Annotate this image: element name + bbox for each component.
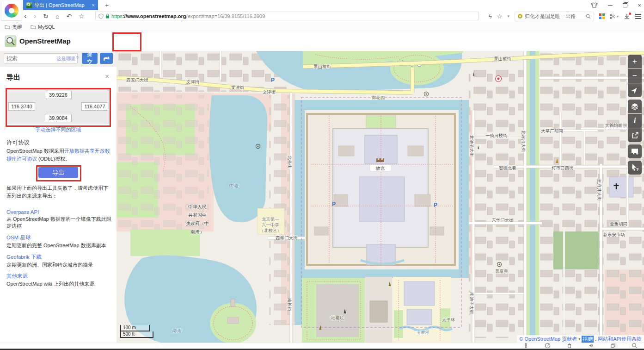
dropdown-caret-icon[interactable]: ▾ [507, 14, 509, 19]
browser-tab[interactable]: 导出 | OpenStreetMap × [23, 0, 98, 10]
address-bar[interactable]: https://www.openstreetmap.org/export#map… [95, 12, 479, 20]
terms-link[interactable]: 网站和API使用条款 [598, 336, 642, 343]
attribution-osm-link[interactable]: © OpenStreetMap 贡献者 [519, 336, 577, 343]
download-badge [629, 12, 631, 15]
poi-label-school: （北校区） [259, 228, 282, 233]
locate-button[interactable] [628, 83, 642, 97]
nav-icons: ‹ › ↻ ⌂ ↶ ☆ [24, 10, 85, 22]
map-info-button[interactable]: i [628, 114, 642, 128]
new-tab-button[interactable]: + [102, 1, 112, 10]
scissors-icon[interactable] [610, 13, 616, 19]
license-text: OpenStreetMap 数据采用开放数据共享开放数据库许可协议 (ODbL)… [6, 147, 111, 162]
street-label-jingshanqian: 景山前街 [494, 56, 512, 61]
source-link-overpass[interactable]: Overpass API [6, 209, 113, 215]
street-label-dabege: 大鹁鸽胡同 [605, 123, 627, 128]
bookmark-label: MySQL [38, 24, 55, 30]
street-label-zhidebei: 智德北巷 [499, 165, 516, 170]
tab-close-icon[interactable]: × [92, 2, 95, 8]
source-desc-overpass: 从 OpenStreetMap 数据库的一个镜像下载此限定边框 [6, 216, 113, 230]
back-button[interactable]: ‹ [24, 12, 27, 21]
forward-button[interactable]: › [34, 12, 37, 21]
page-star-icon[interactable]: ☆ [497, 13, 503, 20]
bound-input-right[interactable] [81, 102, 108, 111]
quick-search-box[interactable]: 归化才是国足唯一出路 [515, 12, 594, 21]
area-label-gov: 共和国中 [188, 212, 207, 218]
export-panel-close-icon[interactable]: × [105, 72, 109, 80]
close-button[interactable]: × [638, 2, 641, 9]
street-label-jinyu: 金鱼胡同 [610, 221, 627, 226]
map-canvas[interactable]: i i P P P 西安门大街 文津街 文津街 文津街 景山前街 景山前街 北长… [117, 51, 644, 343]
zoom-out-button[interactable]: − [628, 69, 642, 83]
search-icon[interactable] [586, 14, 591, 19]
street-label-wenjin: 文津街 [231, 85, 245, 90]
export-button[interactable]: 导出 [38, 167, 78, 178]
browser-logo[interactable] [1, 1, 22, 20]
poi-label-school: 六一中学 [262, 222, 279, 227]
bound-input-top[interactable] [45, 91, 72, 99]
home-button[interactable]: ⌂ [55, 12, 59, 20]
scissors-caret-icon[interactable]: ▾ [617, 14, 619, 19]
map-container[interactable]: i i P P P 西安门大街 文津街 文津街 文津街 景山前街 景山前街 北长… [117, 51, 644, 343]
note-bubble-icon [631, 148, 639, 156]
query-features-button[interactable]: ? [628, 161, 642, 175]
locate-arrow-icon [631, 87, 638, 94]
add-note-button[interactable] [628, 144, 642, 158]
street-label-beiheyan: 北河沿大街 [521, 130, 526, 152]
osm-header: OpenStreetMap 编辑 ▾ 历史 导出 GPS 轨迹 用户日记 著作权… [0, 31, 644, 51]
manual-select-link[interactable]: 手动选择不同的区域 [0, 126, 117, 133]
favorites-star-button[interactable]: ☆ [79, 12, 85, 20]
zoom-lens-icon[interactable] [632, 343, 638, 349]
source-link-other[interactable]: 其他来源 [6, 273, 113, 280]
url-scheme: https [111, 13, 123, 19]
window-controls: × [591, 0, 641, 10]
attribution-caret-icon[interactable]: ▾ [578, 337, 580, 341]
gauge-icon[interactable] [545, 343, 551, 349]
bound-input-bottom[interactable] [45, 114, 72, 122]
reload-button[interactable]: ↻ [43, 12, 49, 20]
zoom-in-button[interactable]: + [628, 55, 642, 69]
bound-input-left[interactable] [8, 102, 35, 111]
trash-icon[interactable] [566, 343, 572, 349]
minimize-button[interactable] [608, 5, 613, 6]
scale-imperial: 500 ft [120, 331, 153, 338]
lightning-icon[interactable]: ϟ [489, 13, 492, 20]
street-label-dacaochang: 大草厂胡同 [541, 128, 563, 133]
donate-link[interactable]: 捐赠 [582, 336, 594, 343]
source-link-planet[interactable]: OSM 星球 [6, 234, 113, 241]
bookmark-label: 奥维 [12, 24, 22, 31]
maximize-button[interactable] [623, 3, 627, 7]
bookmark-item-mysql[interactable]: MySQL [31, 24, 55, 30]
apps-grid-icon[interactable] [599, 13, 605, 19]
street-label-beichizi: 北池子大街 [469, 135, 474, 157]
where-is-this-link[interactable]: 这是哪里? [56, 56, 79, 62]
info-icon: i [478, 144, 479, 150]
speaker-icon[interactable] [588, 343, 594, 349]
search-row: 这是哪里? 提交 [0, 51, 117, 67]
windows-layout-icon[interactable] [610, 343, 616, 349]
browser-logo-swirl-icon [5, 4, 18, 18]
submit-button[interactable]: 提交 [82, 53, 98, 64]
osm-brand[interactable]: OpenStreetMap [19, 37, 71, 45]
area-label-gov: 南海） [190, 229, 204, 234]
search-engine-icon [518, 14, 522, 19]
directions-button[interactable] [100, 53, 113, 64]
quick-search-text[interactable]: 归化才是国足唯一出路 [525, 13, 583, 20]
bookmark-item-aowei[interactable]: 奥维 [5, 24, 22, 31]
street-label-wenjin: 文津街 [263, 89, 276, 94]
rocket-icon[interactable] [523, 343, 529, 349]
layers-button[interactable] [628, 100, 642, 113]
menu-icon[interactable] [635, 14, 641, 19]
parking-icon: P [434, 202, 437, 208]
poi-label-taizilin: 太子林 [442, 317, 455, 322]
street-label-xihuamen: 西华门大街 [276, 235, 298, 240]
water-label-zhonghai: 中海 [229, 183, 239, 188]
castle-icon [376, 158, 384, 162]
shield-icon[interactable] [98, 13, 104, 19]
query-cursor-icon: ? [631, 163, 639, 172]
source-link-geofabrik[interactable]: Geofabrik 下载 [6, 254, 113, 261]
export-panel-title: 导出 [6, 73, 20, 82]
share-button[interactable] [628, 128, 642, 142]
folder-icon [5, 25, 10, 29]
undo-button[interactable]: ↶ [67, 12, 72, 20]
theme-shirt-icon[interactable] [591, 2, 598, 8]
